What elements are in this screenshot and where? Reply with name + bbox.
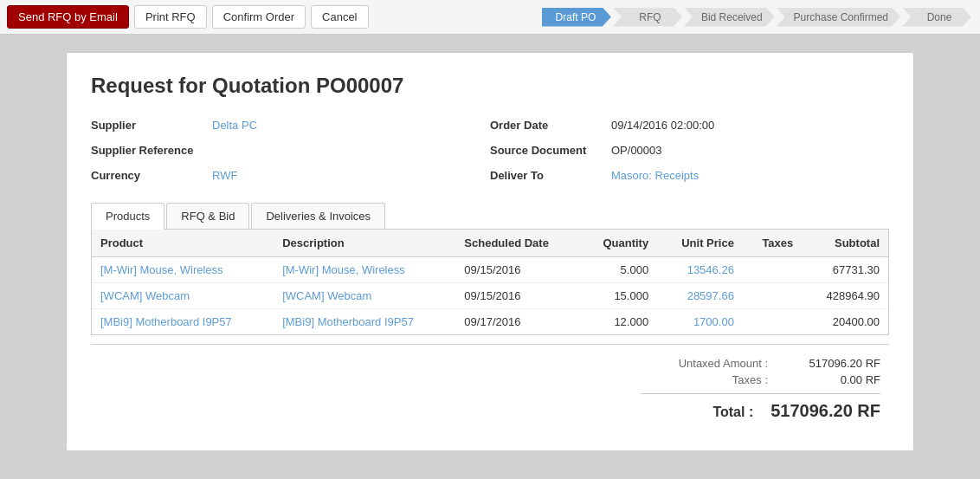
taxes-row: Taxes : 0.00 RF	[655, 373, 880, 386]
table-cell-scheduled-date: 09/15/2016	[455, 283, 580, 309]
products-table-wrapper: ProductDescriptionScheduled DateQuantity…	[91, 230, 889, 335]
untaxed-label: Untaxed Amount :	[655, 357, 768, 370]
order-date-value: 09/14/2016 02:00:00	[611, 115, 714, 135]
order-date-row: Order Date 09/14/2016 02:00:00	[490, 115, 889, 135]
currency-value[interactable]: RWF	[212, 165, 237, 185]
supplier-row: Supplier Delta PC	[91, 115, 490, 135]
confirm-order-button[interactable]: Confirm Order	[212, 5, 306, 29]
total-value: 517096.20 RF	[770, 401, 880, 421]
untaxed-value: 517096.20 RF	[785, 357, 880, 370]
table-cell-quantity: 12.000	[580, 309, 657, 335]
products-table: ProductDescriptionScheduled DateQuantity…	[92, 230, 888, 334]
pipeline-step-bid-received[interactable]: Bid Received	[684, 8, 775, 27]
table-cell-product[interactable]: [MBi9] Motherboard I9P57	[92, 309, 274, 335]
source-document-value: OP/00003	[611, 140, 662, 160]
cancel-button[interactable]: Cancel	[311, 5, 368, 29]
table-cell-product[interactable]: [WCAM] Webcam	[92, 283, 274, 309]
pipeline-step-rfq[interactable]: RFQ	[613, 8, 682, 27]
table-cell-taxes	[743, 283, 802, 309]
supplier-value[interactable]: Delta PC	[212, 115, 257, 135]
taxes-value: 0.00 RF	[785, 373, 880, 386]
page-title: Request for Quotation PO00007	[91, 74, 889, 98]
table-cell-product[interactable]: [M-Wir] Mouse, Wireless	[92, 257, 274, 283]
col-header-description: Description	[274, 230, 455, 257]
form-grid: Supplier Delta PC Supplier Reference Cur…	[91, 115, 889, 185]
table-cell-description[interactable]: [MBi9] Motherboard I9P57	[274, 309, 455, 335]
untaxed-row: Untaxed Amount : 517096.20 RF	[655, 357, 880, 370]
col-header-scheduled-date: Scheduled Date	[455, 230, 580, 257]
table-row: [M-Wir] Mouse, Wireless[M-Wir] Mouse, Wi…	[92, 257, 888, 283]
tabs: ProductsRFQ & BidDeliveries & Invoices	[91, 203, 889, 230]
form-right-col: Order Date 09/14/2016 02:00:00 Source Do…	[490, 115, 889, 185]
table-cell-scheduled-date: 09/15/2016	[455, 257, 580, 283]
table-cell-description[interactable]: [M-Wir] Mouse, Wireless	[274, 257, 455, 283]
pipeline-step-done[interactable]: Done	[902, 8, 971, 27]
taxes-label: Taxes :	[655, 373, 768, 386]
table-cell-description[interactable]: [WCAM] Webcam	[274, 283, 455, 309]
table-cell-subtotal: 428964.90	[802, 283, 888, 309]
source-document-label: Source Document	[490, 140, 611, 160]
pipeline-step-draft-po[interactable]: Draft PO	[542, 8, 611, 27]
document-card: Request for Quotation PO00007 Supplier D…	[66, 52, 914, 451]
table-row: [MBi9] Motherboard I9P57[MBi9] Motherboa…	[92, 309, 888, 335]
deliver-to-label: Deliver To	[490, 165, 611, 185]
col-header-subtotal: Subtotal	[802, 230, 888, 257]
col-header-unit-price: Unit Price	[657, 230, 743, 257]
tab-rfq-bid[interactable]: RFQ & Bid	[166, 203, 249, 229]
deliver-to-row: Deliver To Masoro: Receipts	[490, 165, 889, 185]
table-cell-subtotal: 20400.00	[802, 309, 888, 335]
table-cell-scheduled-date: 09/17/2016	[455, 309, 580, 335]
table-cell-unit-price[interactable]: 13546.26	[657, 257, 743, 283]
pipeline: Draft PORFQBid ReceivedPurchase Confirme…	[542, 8, 973, 27]
table-row: [WCAM] Webcam[WCAM] Webcam09/15/201615.0…	[92, 283, 888, 309]
total-row: Total : 517096.20 RF	[641, 393, 880, 421]
totals-section: Untaxed Amount : 517096.20 RF Taxes : 0.…	[91, 344, 889, 430]
deliver-to-value[interactable]: Masoro: Receipts	[611, 165, 699, 185]
supplier-reference-row: Supplier Reference	[91, 140, 490, 160]
table-cell-taxes	[743, 257, 802, 283]
table-cell-unit-price[interactable]: 1700.00	[657, 309, 743, 335]
table-cell-taxes	[743, 309, 802, 335]
col-header-quantity: Quantity	[580, 230, 657, 257]
pipeline-step-purchase-confirmed[interactable]: Purchase Confirmed	[777, 8, 900, 27]
col-header-product: Product	[92, 230, 274, 257]
table-cell-unit-price[interactable]: 28597.66	[657, 283, 743, 309]
source-document-row: Source Document OP/00003	[490, 140, 889, 160]
tab-products[interactable]: Products	[91, 203, 164, 230]
col-header-taxes: Taxes	[743, 230, 802, 257]
send-rfq-button[interactable]: Send RFQ by Email	[7, 5, 129, 29]
table-cell-subtotal: 67731.30	[802, 257, 888, 283]
print-rfq-button[interactable]: Print RFQ	[134, 5, 207, 29]
currency-label: Currency	[91, 165, 212, 185]
supplier-label: Supplier	[91, 115, 212, 135]
tab-deliveries-invoices[interactable]: Deliveries & Invoices	[251, 203, 385, 229]
total-label: Total :	[641, 405, 753, 420]
supplier-reference-label: Supplier Reference	[91, 140, 212, 160]
table-cell-quantity: 15.000	[580, 283, 657, 309]
main-content: Request for Quotation PO00007 Supplier D…	[0, 35, 980, 469]
order-date-label: Order Date	[490, 115, 611, 135]
toolbar: Send RFQ by Email Print RFQ Confirm Orde…	[0, 0, 980, 35]
table-cell-quantity: 5.000	[580, 257, 657, 283]
currency-row: Currency RWF	[91, 165, 490, 185]
form-left-col: Supplier Delta PC Supplier Reference Cur…	[91, 115, 490, 185]
